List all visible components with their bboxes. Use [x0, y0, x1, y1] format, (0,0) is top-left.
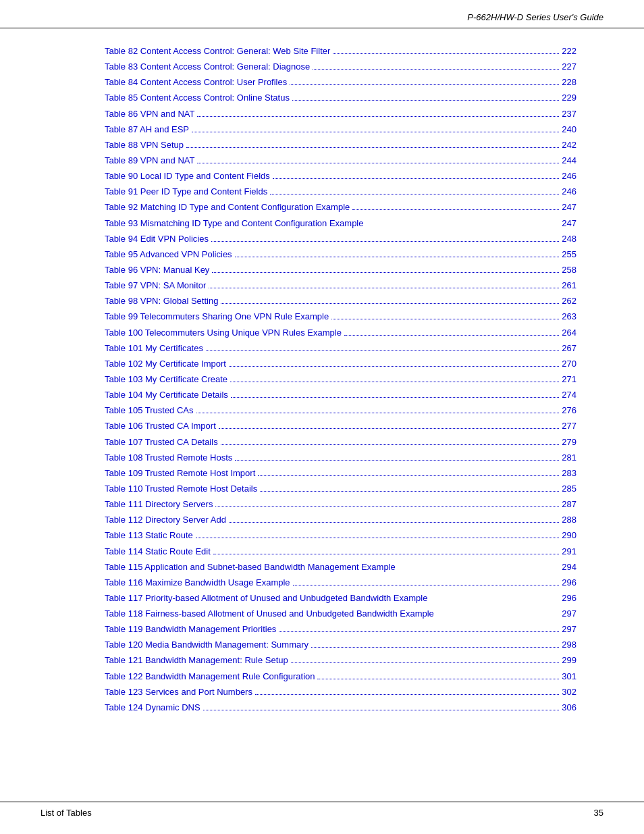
toc-entry-label[interactable]: Table 97 VPN: SA Monitor	[105, 279, 206, 292]
toc-entry-label[interactable]: Table 112 Directory Server Add	[105, 513, 226, 527]
toc-page-number: 298	[562, 638, 576, 652]
toc-entry[interactable]: Table 121 Bandwidth Management: Rule Set…	[105, 654, 576, 667]
toc-entry[interactable]: Table 99 Telecommuters Sharing One VPN R…	[105, 310, 576, 323]
toc-entry[interactable]: Table 86 VPN and NAT237	[105, 107, 576, 121]
header-title: P-662H/HW-D Series User's Guide	[467, 12, 603, 22]
toc-entry[interactable]: Table 116 Maximize Bandwidth Usage Examp…	[105, 576, 576, 590]
toc-entry[interactable]: Table 114 Static Route Edit291	[105, 545, 576, 558]
toc-entry[interactable]: Table 90 Local ID Type and Content Field…	[105, 170, 576, 183]
toc-entry[interactable]: Table 112 Directory Server Add288	[105, 513, 576, 527]
toc-entry-label[interactable]: Table 100 Telecommuters Using Unique VPN…	[105, 326, 342, 340]
toc-entry-label[interactable]: Table 96 VPN: Manual Key	[105, 263, 209, 277]
toc-entry-label[interactable]: Table 83 Content Access Control: General…	[105, 60, 310, 74]
toc-entry[interactable]: Table 88 VPN Setup242	[105, 138, 576, 152]
toc-entry-label[interactable]: Table 109 Trusted Remote Host Import	[105, 467, 255, 480]
toc-entry-label[interactable]: Table 91 Peer ID Type and Content Fields	[105, 185, 267, 199]
toc-entry-label[interactable]: Table 86 VPN and NAT	[105, 107, 194, 121]
toc-entry[interactable]: Table 100 Telecommuters Using Unique VPN…	[105, 326, 576, 340]
toc-entry[interactable]: Table 108 Trusted Remote Hosts281	[105, 451, 576, 465]
toc-entry-label[interactable]: Table 123 Services and Port Numbers	[105, 685, 252, 699]
toc-entry[interactable]: Table 103 My Certificate Create271	[105, 373, 576, 386]
toc-entry[interactable]: Table 122 Bandwidth Management Rule Conf…	[105, 670, 576, 683]
toc-entry-label[interactable]: Table 102 My Certificate Import	[105, 357, 226, 371]
toc-dots	[197, 163, 559, 163]
toc-entry[interactable]: Table 111 Directory Servers287	[105, 498, 576, 511]
toc-entry-label[interactable]: Table 84 Content Access Control: User Pr…	[105, 76, 287, 89]
toc-entry-label[interactable]: Table 105 Trusted CAs	[105, 404, 194, 417]
toc-entry[interactable]: Table 105 Trusted CAs276	[105, 404, 576, 417]
toc-entry[interactable]: Table 82 Content Access Control: General…	[105, 45, 576, 58]
toc-entry-label[interactable]: Table 104 My Certificate Details	[105, 388, 228, 402]
toc-entry-label[interactable]: Table 90 Local ID Type and Content Field…	[105, 170, 270, 183]
toc-entry-label[interactable]: Table 117 Priority-based Allotment of Un…	[105, 592, 427, 605]
toc-entry-label[interactable]: Table 115 Application and Subnet-based B…	[105, 561, 396, 574]
toc-entry-label[interactable]: Table 120 Media Bandwidth Management: Su…	[105, 638, 308, 652]
toc-entry[interactable]: Table 91 Peer ID Type and Content Fields…	[105, 185, 576, 199]
toc-entry-label[interactable]: Table 113 Static Route	[105, 529, 193, 542]
toc-entry[interactable]: Table 117 Priority-based Allotment of Un…	[105, 592, 576, 605]
toc-entry-label[interactable]: Table 88 VPN Setup	[105, 138, 184, 152]
toc-entry[interactable]: Table 98 VPN: Global Setting262	[105, 294, 576, 308]
toc-entry[interactable]: Table 85 Content Access Control: Online …	[105, 91, 576, 105]
toc-entry-label[interactable]: Table 124 Dynamic DNS	[105, 701, 200, 714]
toc-entry[interactable]: Table 102 My Certificate Import270	[105, 357, 576, 371]
toc-entry-label[interactable]: Table 101 My Certificates	[105, 342, 203, 355]
toc-entry-label[interactable]: Table 95 Advanced VPN Policies	[105, 248, 232, 261]
toc-entry-label[interactable]: Table 114 Static Route Edit	[105, 545, 211, 558]
toc-entry-label[interactable]: Table 93 Mismatching ID Type and Content…	[105, 217, 363, 230]
toc-entry[interactable]: Table 113 Static Route290	[105, 529, 576, 542]
toc-entry-label[interactable]: Table 99 Telecommuters Sharing One VPN R…	[105, 310, 329, 323]
toc-entry[interactable]: Table 95 Advanced VPN Policies255	[105, 248, 576, 261]
toc-entry-label[interactable]: Table 94 Edit VPN Policies	[105, 232, 209, 246]
toc-entry[interactable]: Table 124 Dynamic DNS306	[105, 701, 576, 714]
toc-entry-label[interactable]: Table 121 Bandwidth Management: Rule Set…	[105, 654, 288, 667]
toc-entry[interactable]: Table 83 Content Access Control: General…	[105, 60, 576, 74]
toc-entry[interactable]: Table 120 Media Bandwidth Management: Su…	[105, 638, 576, 652]
toc-entry-label[interactable]: Table 110 Trusted Remote Host Details	[105, 482, 257, 496]
toc-page-number: 296	[562, 576, 576, 590]
toc-entry[interactable]: Table 115 Application and Subnet-based B…	[105, 561, 576, 574]
toc-entry[interactable]: Table 84 Content Access Control: User Pr…	[105, 76, 576, 89]
toc-page-number: 240	[562, 123, 576, 136]
toc-entry-label[interactable]: Table 106 Trusted CA Import	[105, 419, 216, 433]
toc-entry-label[interactable]: Table 118 Fairness-based Allotment of Un…	[105, 607, 434, 621]
toc-dots	[230, 382, 559, 382]
toc-entry[interactable]: Table 106 Trusted CA Import277	[105, 419, 576, 433]
toc-page-number: 271	[562, 373, 576, 386]
toc-entry-label[interactable]: Table 89 VPN and NAT	[105, 154, 194, 167]
toc-page-number: 262	[562, 294, 576, 308]
toc-dots	[290, 84, 559, 85]
toc-entry[interactable]: Table 93 Mismatching ID Type and Content…	[105, 217, 576, 230]
toc-page-number: 291	[562, 545, 576, 558]
toc-entry-label[interactable]: Table 98 VPN: Global Setting	[105, 294, 218, 308]
toc-entry[interactable]: Table 107 Trusted CA Details279	[105, 436, 576, 449]
toc-page-number: 306	[562, 701, 576, 714]
toc-entry-label[interactable]: Table 122 Bandwidth Management Rule Conf…	[105, 670, 315, 683]
toc-entry-label[interactable]: Table 119 Bandwidth Management Prioritie…	[105, 623, 276, 636]
toc-entry[interactable]: Table 123 Services and Port Numbers302	[105, 685, 576, 699]
toc-entry-label[interactable]: Table 87 AH and ESP	[105, 123, 189, 136]
toc-page-number: 281	[562, 451, 576, 465]
toc-entry[interactable]: Table 89 VPN and NAT244	[105, 154, 576, 167]
toc-entry-label[interactable]: Table 103 My Certificate Create	[105, 373, 227, 386]
toc-entry[interactable]: Table 118 Fairness-based Allotment of Un…	[105, 607, 576, 621]
page-footer: List of Tables 35	[0, 802, 644, 818]
toc-entry-label[interactable]: Table 85 Content Access Control: Online …	[105, 91, 290, 105]
toc-entry-label[interactable]: Table 82 Content Access Control: General…	[105, 45, 330, 58]
toc-dots	[192, 132, 559, 132]
toc-entry-label[interactable]: Table 111 Directory Servers	[105, 498, 213, 511]
toc-entry[interactable]: Table 104 My Certificate Details274	[105, 388, 576, 402]
toc-entry[interactable]: Table 92 Matching ID Type and Content Co…	[105, 201, 576, 214]
toc-entry-label[interactable]: Table 107 Trusted CA Details	[105, 436, 218, 449]
toc-entry[interactable]: Table 110 Trusted Remote Host Details285	[105, 482, 576, 496]
toc-entry[interactable]: Table 96 VPN: Manual Key258	[105, 263, 576, 277]
toc-entry[interactable]: Table 87 AH and ESP240	[105, 123, 576, 136]
toc-entry[interactable]: Table 94 Edit VPN Policies248	[105, 232, 576, 246]
toc-entry-label[interactable]: Table 108 Trusted Remote Hosts	[105, 451, 232, 465]
toc-entry[interactable]: Table 109 Trusted Remote Host Import283	[105, 467, 576, 480]
toc-entry[interactable]: Table 97 VPN: SA Monitor261	[105, 279, 576, 292]
toc-entry[interactable]: Table 101 My Certificates267	[105, 342, 576, 355]
toc-entry-label[interactable]: Table 116 Maximize Bandwidth Usage Examp…	[105, 576, 290, 590]
toc-entry-label[interactable]: Table 92 Matching ID Type and Content Co…	[105, 201, 350, 214]
toc-entry[interactable]: Table 119 Bandwidth Management Prioritie…	[105, 623, 576, 636]
